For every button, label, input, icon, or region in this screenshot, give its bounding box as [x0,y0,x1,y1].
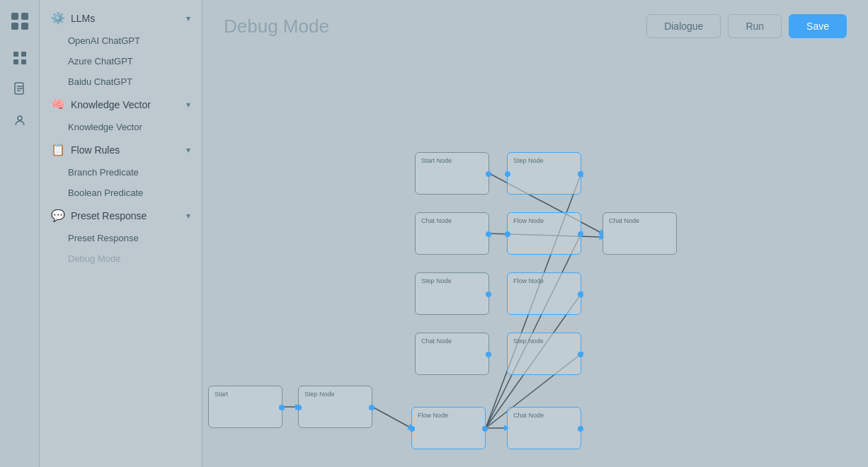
icon-rail [0,0,40,467]
svg-rect-4 [13,52,18,57]
flow-node-n8[interactable]: Chat Node [415,333,489,375]
node-dot-n2[interactable] [578,171,583,177]
node-dot-n7[interactable] [578,292,583,297]
node-label-n3: Chat Node [421,217,483,224]
svg-rect-3 [21,23,28,30]
node-label-n11: Step Node [304,391,366,398]
preset-chevron: ▾ [186,211,190,221]
node-label-n5: Chat Node [609,217,670,224]
node-dot-n13[interactable] [578,426,583,432]
sidebar-item-knowledge-vector[interactable]: Knowledge Vector [40,117,202,137]
toolbar-actions: Dialogue Run Save [646,14,847,38]
node-dot-n4[interactable] [578,231,583,237]
node-dot-n2[interactable] [505,171,510,177]
flow-label: Flow Rules [71,144,120,156]
node-dot-n9[interactable] [578,352,583,357]
flow-node-n12[interactable]: Flow Node [411,407,486,449]
preset-icon: 💬 [51,209,65,222]
svg-rect-0 [11,13,18,20]
node-dot-n12[interactable] [482,426,488,432]
sidebar-item-boolean[interactable]: Boolean Predicate [40,183,202,203]
flow-node-n11[interactable]: Step Node [298,386,372,428]
svg-rect-7 [21,59,26,64]
sidebar-item-openai[interactable]: OpenAI ChatGPT [40,30,202,51]
svg-rect-1 [21,13,28,20]
flow-node-n10[interactable]: Start [208,386,282,428]
flow-node-n3[interactable]: Chat Node [415,212,489,255]
node-dot-n12[interactable] [409,426,415,432]
node-label-n2: Step Node [513,157,575,164]
sidebar-section-knowledge: 🧠 Knowledge Vector ▾ Knowledge Vector [40,92,202,137]
flow-node-n7[interactable]: Flow Node [507,272,581,315]
node-dot-n1[interactable] [486,171,491,177]
sidebar-header-knowledge[interactable]: 🧠 Knowledge Vector ▾ [40,92,202,117]
node-label-n9: Step Node [513,338,575,345]
node-dot-n11[interactable] [369,405,375,410]
sidebar-item-preset-response[interactable]: Preset Response [40,228,202,248]
sidebar-section-llms: ⚙️ LLMs ▾ OpenAI ChatGPT Azure ChatGPT B… [40,6,202,92]
node-label-n6: Step Node [421,277,483,284]
run-button[interactable]: Run [728,14,782,38]
page-title: Debug Mode [224,16,329,38]
sidebar-header-preset[interactable]: 💬 Preset Response ▾ [40,203,202,228]
sidebar-item-branch[interactable]: Branch Predicate [40,162,202,183]
node-dot-n3[interactable] [486,231,491,237]
node-label-n4: Flow Node [513,217,575,224]
document-icon[interactable] [7,76,33,102]
node-label-n7: Flow Node [513,277,575,284]
node-dot-n8[interactable] [486,352,491,357]
llms-label: LLMs [71,13,95,24]
node-label-n12: Flow Node [418,412,479,419]
svg-rect-2 [11,23,18,30]
sidebar: ⚙️ LLMs ▾ OpenAI ChatGPT Azure ChatGPT B… [40,0,202,467]
node-dot-n10[interactable] [279,405,285,410]
knowledge-icon: 🧠 [51,98,65,111]
sidebar-item-baidu[interactable]: Baidu ChatGPT [40,71,202,92]
svg-line-16 [486,233,581,428]
toolbar: Debug Mode Dialogue Run Save [202,0,868,50]
flow-node-n4[interactable]: Flow Node [507,212,581,255]
flow-node-n1[interactable]: Start Node [415,152,489,195]
flow-node-n13[interactable]: Chat Node [507,407,581,449]
svg-rect-6 [13,59,18,64]
sidebar-item-debug-mode[interactable]: Debug Mode [40,248,202,269]
node-dot-n4[interactable] [505,231,510,237]
flow-node-n2[interactable]: Step Node [507,152,581,195]
svg-point-12 [18,116,22,120]
node-dot-n6[interactable] [486,292,491,297]
flow-node-n9[interactable]: Step Node [507,333,581,375]
flow-canvas[interactable]: Start NodeStep NodeChat NodeFlow NodeCha… [202,50,868,467]
sidebar-item-azure[interactable]: Azure ChatGPT [40,51,202,71]
node-dot-n11[interactable] [296,405,302,410]
llms-icon: ⚙️ [51,11,65,25]
app-logo[interactable] [7,8,33,34]
flow-icon: 📋 [51,143,65,156]
grid-nav-icon[interactable] [7,45,33,71]
preset-label: Preset Response [71,210,147,221]
flow-chevron: ▾ [186,145,190,155]
people-icon[interactable] [7,108,33,133]
knowledge-label: Knowledge Vector [71,99,151,110]
knowledge-chevron: ▾ [186,100,190,110]
sidebar-header-llms[interactable]: ⚙️ LLMs ▾ [40,6,202,30]
node-label-n13: Chat Node [513,412,575,419]
dialogue-button[interactable]: Dialogue [646,14,721,38]
save-button[interactable]: Save [789,14,847,38]
node-label-n1: Start Node [421,157,483,164]
flow-node-n6[interactable]: Step Node [415,272,489,315]
sidebar-section-preset: 💬 Preset Response ▾ Preset Response Debu… [40,203,202,269]
sidebar-section-flow: 📋 Flow Rules ▾ Branch Predicate Boolean … [40,137,202,203]
llms-chevron: ▾ [186,13,190,23]
main-content: Debug Mode Dialogue Run Save Start NodeS… [202,0,868,467]
sidebar-header-flow[interactable]: 📋 Flow Rules ▾ [40,137,202,162]
flow-node-n5[interactable]: Chat Node [603,212,677,255]
node-label-n8: Chat Node [421,338,483,345]
node-label-n10: Start [215,391,276,398]
svg-rect-5 [21,52,26,57]
svg-line-14 [372,407,411,428]
